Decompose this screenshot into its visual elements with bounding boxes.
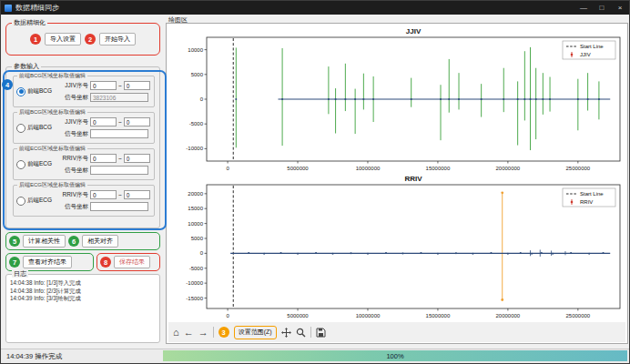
pan-icon[interactable] (281, 328, 291, 338)
signal-coord-input[interactable] (90, 129, 148, 138)
index-start-input[interactable] (90, 154, 117, 163)
svg-text:15000000: 15000000 (426, 313, 451, 318)
forward-icon[interactable]: → (198, 327, 208, 338)
index-start-input[interactable] (90, 117, 117, 126)
svg-text:0: 0 (200, 96, 204, 102)
svg-text:RRIV: RRIV (404, 175, 422, 183)
signal-coord-input[interactable] (90, 93, 148, 102)
start-import-button[interactable]: 开始导入 (99, 33, 136, 46)
channel-radio[interactable]: 前端BCG (14, 87, 59, 96)
svg-text:-5000: -5000 (189, 266, 204, 271)
plot-area: JJIV050000001000000015000000200000002500… (166, 23, 628, 344)
signal-coord-input[interactable] (90, 166, 148, 175)
svg-text:JJIV: JJIV (580, 52, 591, 57)
channel-radio[interactable]: 后端BCG (14, 124, 59, 133)
save-result-button[interactable]: 保存结果 (114, 256, 150, 268)
signal-coord-input[interactable] (90, 202, 148, 211)
param-section-title: 后端ECG区域坐标取值编辑 (17, 182, 87, 188)
param-section: 前端ECG区域坐标取值编辑 前端ECG RRIV序号 ~ 信号坐标 (13, 148, 155, 180)
svg-text:25000000: 25000000 (565, 166, 590, 171)
compute-correlation-button[interactable]: 计算相关性 (23, 235, 66, 248)
svg-text:-5000: -5000 (189, 121, 204, 126)
channel-radio-label: 后端ECG (27, 197, 52, 205)
view-align-result-button[interactable]: 查看对齐结果 (23, 256, 72, 268)
log-line: 14:04:38 Info: [1/3]导入完成 (10, 279, 156, 288)
svg-text:5000: 5000 (191, 236, 204, 241)
svg-text:10000: 10000 (188, 47, 203, 53)
svg-text:-10000: -10000 (186, 280, 203, 286)
signal-coord-label: 信号坐标 (59, 167, 88, 175)
log-group-title: 日志 (12, 270, 28, 278)
index-label: RRIV序号 (59, 155, 88, 163)
index-start-input[interactable] (90, 190, 117, 199)
back-icon[interactable]: ← (184, 327, 194, 338)
channel-radio[interactable]: 前端ECG (14, 160, 59, 169)
range-separator: ~ (118, 119, 122, 126)
maximize-button[interactable]: □ (593, 1, 611, 15)
radio-icon[interactable] (16, 87, 25, 96)
step-5-badge: 5 (9, 236, 20, 247)
svg-text:5000000: 5000000 (287, 166, 309, 171)
radio-icon[interactable] (16, 160, 25, 169)
svg-text:-15000: -15000 (186, 296, 203, 301)
import-settings-button[interactable]: 导入设置 (45, 33, 81, 46)
step-1-badge: 1 (30, 34, 41, 45)
window-title: 数据精细同步 (15, 3, 59, 13)
step-6-badge: 6 (68, 236, 79, 247)
index-end-input[interactable] (124, 117, 150, 126)
param-group: 参数输入 前端BCG区域坐标取值编辑 前端BCG JJIV序号 ~ 信号坐标 (5, 66, 160, 228)
radio-icon[interactable] (16, 124, 25, 133)
svg-text:-10000: -10000 (186, 146, 203, 151)
minimize-button[interactable]: — (574, 1, 593, 15)
plot-toolbar: ⌂ ← → 3 设置范围(Z) (168, 322, 625, 342)
param-section: 后端BCG区域坐标取值编辑 后端BCG JJIV序号 ~ 信号坐标 (13, 112, 155, 144)
index-end-input[interactable] (124, 81, 150, 90)
import-group: 数据精细化 1 导入设置 2 开始导入 (5, 23, 160, 56)
window-controls: — □ × (574, 1, 629, 15)
svg-text:20000000: 20000000 (496, 313, 521, 318)
signal-coord-label: 信号坐标 (59, 94, 88, 102)
channel-radio-label: 前端ECG (27, 160, 52, 168)
signal-coord-label: 信号坐标 (59, 130, 88, 138)
progress-value: 100% (386, 352, 403, 360)
index-start-input[interactable] (90, 81, 117, 90)
correlation-align-button[interactable]: 相关对齐 (82, 235, 118, 248)
radio-icon[interactable] (16, 197, 25, 206)
jjiv-chart[interactable]: JJIV050000001000000015000000200000002500… (168, 25, 625, 173)
zoom-icon[interactable] (296, 328, 306, 338)
step-2-badge: 2 (85, 34, 96, 45)
channel-radio[interactable]: 后端ECG (14, 197, 59, 206)
svg-text:20000: 20000 (188, 191, 203, 197)
svg-text:0: 0 (200, 250, 204, 256)
statusbar: 14:04:39 操作完成 100% (1, 349, 629, 363)
set-range-button[interactable]: 设置范围(Z) (234, 326, 277, 339)
index-label: RRIV序号 (59, 191, 88, 199)
svg-text:0: 0 (226, 313, 229, 318)
range-separator: ~ (118, 83, 122, 89)
channel-radio-label: 后端BCG (27, 124, 52, 132)
svg-text:15000000: 15000000 (426, 166, 451, 171)
toolbar-separator (213, 327, 214, 338)
save-figure-icon[interactable] (316, 328, 326, 338)
svg-text:RRIV: RRIV (580, 199, 593, 205)
param-sections: 前端BCG区域坐标取值编辑 前端BCG JJIV序号 ~ 信号坐标 后 (6, 72, 159, 221)
channel-radio-label: 前端BCG (27, 87, 52, 96)
param-section: 后端ECG区域坐标取值编辑 后端ECG RRIV序号 ~ 信号坐标 (13, 185, 155, 217)
svg-text:JJIV: JJIV (406, 27, 422, 35)
rriv-chart[interactable]: RRIV050000001000000015000000200000002500… (168, 173, 625, 320)
param-section-title: 前端ECG区域坐标取值编辑 (17, 146, 87, 152)
home-icon[interactable]: ⌂ (173, 327, 179, 338)
save-result-box: 8 保存结果 (97, 253, 160, 271)
index-end-input[interactable] (124, 154, 150, 163)
param-group-title: 参数输入 (12, 63, 41, 70)
log-line: 14:04:38 Info: [2/3]计算完成 (10, 288, 156, 296)
toolbar-separator (310, 327, 311, 338)
index-end-input[interactable] (124, 190, 150, 199)
close-button[interactable]: × (611, 1, 629, 15)
svg-text:10000000: 10000000 (356, 166, 381, 171)
step-7-badge: 7 (9, 257, 20, 268)
svg-text:25000000: 25000000 (565, 313, 590, 318)
param-section-title: 后端BCG区域坐标取值编辑 (17, 109, 87, 116)
titlebar[interactable]: 数据精细同步 — □ × (1, 1, 629, 15)
svg-text:Start Line: Start Line (580, 191, 604, 197)
